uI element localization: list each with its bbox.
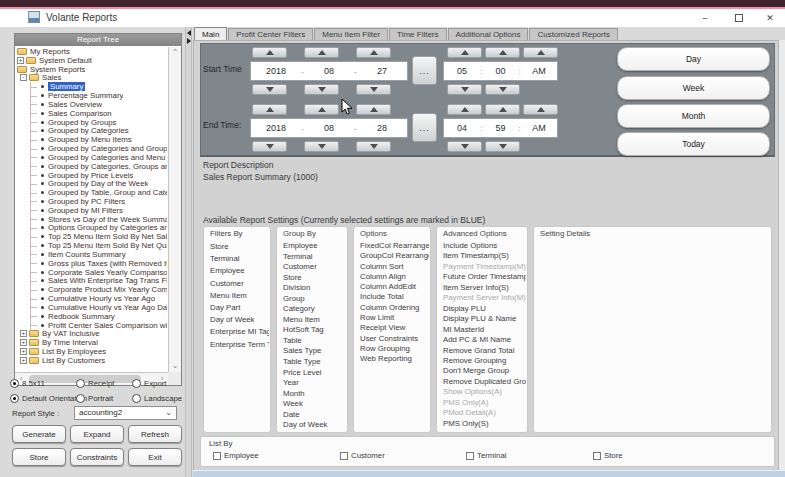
setting-item[interactable]: Month	[283, 389, 346, 400]
setting-item[interactable]: Store	[210, 241, 269, 253]
end-time-spin-down-button[interactable]	[447, 141, 482, 152]
radio-export[interactable]: Export	[132, 379, 167, 388]
start-time-spin-down-button[interactable]	[447, 84, 482, 95]
expand-button[interactable]: Expand	[70, 425, 124, 443]
setting-item[interactable]: Table Type	[283, 357, 346, 368]
end-date-field[interactable]: 2018- 08- 28	[250, 118, 408, 138]
setting-item[interactable]: Web Reporting	[360, 354, 429, 364]
tab-profit-center-filters[interactable]: Profit Center Filters	[228, 28, 313, 40]
setting-item[interactable]: Menu Item	[210, 290, 269, 302]
setting-item[interactable]: Customer	[283, 262, 346, 273]
end-month[interactable]: 08	[304, 123, 354, 133]
expand-plus-icon[interactable]: +	[17, 57, 24, 64]
tree-item[interactable]: Sales Comparison	[16, 109, 167, 118]
tree-item[interactable]: Corporate Product Mix Yearly Comparison	[16, 285, 167, 294]
close-button[interactable]: ✕	[757, 10, 783, 26]
setting-item[interactable]: Display PLU	[443, 304, 526, 314]
start-hour[interactable]: 05	[444, 66, 480, 76]
setting-item[interactable]: Enterprise Term Tags	[210, 339, 269, 351]
start-time-field[interactable]: 05: 00: AM	[443, 61, 558, 81]
setting-item[interactable]: Display PLU & Name	[443, 314, 526, 324]
tree-item[interactable]: Options Grouped by Categories and Menu I…	[16, 224, 167, 233]
setting-item[interactable]: Column AddEdit	[360, 282, 429, 292]
setting-item[interactable]: Date	[283, 410, 346, 421]
tree-item[interactable]: Corporate Sales Yearly Comparison	[16, 268, 167, 277]
end-year[interactable]: 2018	[251, 123, 301, 133]
setting-item[interactable]: Future Order Timestamp...	[443, 272, 526, 282]
end-date-spin-up-button[interactable]	[252, 104, 287, 115]
start-time-spin-down-button[interactable]	[485, 84, 520, 95]
setting-item[interactable]: Include Options	[443, 241, 526, 251]
generate-button[interactable]: Generate	[12, 425, 66, 443]
setting-item[interactable]: GroupCol Rearrange	[360, 251, 429, 261]
setting-item[interactable]: Remove Grouping	[443, 356, 526, 366]
tree-item[interactable]: Grouped by Groups	[16, 118, 167, 127]
report-style-select[interactable]: accounting2 ⌄	[74, 406, 177, 420]
end-time-spin-up-button[interactable]	[447, 104, 482, 115]
panel-splitter[interactable]	[185, 27, 192, 477]
store-button[interactable]: Store	[12, 448, 66, 466]
list-by-customer[interactable]: Customer	[340, 451, 385, 460]
list-by-terminal[interactable]: Terminal	[466, 451, 506, 460]
start-time-spin-up-button[interactable]	[523, 47, 558, 58]
end-time-spin-up-button[interactable]	[523, 104, 558, 115]
tree-item[interactable]: Summary	[16, 82, 167, 91]
day-button[interactable]: Day	[617, 47, 770, 71]
radio-portrait[interactable]: Portrait	[76, 394, 113, 403]
setting-item[interactable]: Employee	[283, 241, 346, 252]
setting-item[interactable]: Table	[283, 336, 346, 347]
setting-item[interactable]: Sales Type	[283, 346, 346, 357]
tab-main[interactable]: Main	[194, 27, 227, 40]
setting-item[interactable]: Receipt View	[360, 323, 429, 333]
tree-item[interactable]: Item Counts Summary	[16, 250, 167, 259]
tree-item[interactable]: Cumulative Hourly vs Year Ago Day of Wee…	[16, 303, 167, 312]
expand-plus-icon[interactable]: +	[20, 348, 27, 355]
tree-item[interactable]: My Reports	[16, 47, 167, 56]
start-date-spin-down-button[interactable]	[304, 84, 339, 95]
start-time-spin-up-button[interactable]	[447, 47, 482, 58]
tree-item[interactable]: Grouped by Categories, Groups and Menu I…	[16, 162, 167, 171]
start-date-spin-up-button[interactable]	[356, 47, 391, 58]
tree-item[interactable]: Grouped by PC Filters	[16, 197, 167, 206]
tree-item[interactable]: Stores vs Day of the Week Summary	[16, 215, 167, 224]
tree-item[interactable]: Percentage Summary	[16, 91, 167, 100]
tree-item[interactable]: Grouped by Table, Group and Category	[16, 188, 167, 197]
tree-item[interactable]: Sales Overview	[16, 100, 167, 109]
end-day[interactable]: 28	[357, 123, 407, 133]
start-date-field[interactable]: 2018- 08- 27	[250, 61, 408, 81]
setting-item[interactable]: Remove Grand Total	[443, 346, 526, 356]
end-minute[interactable]: 59	[482, 123, 518, 133]
setting-item[interactable]: Year	[283, 378, 346, 389]
start-date-spin-down-button[interactable]	[356, 84, 391, 95]
tree-item[interactable]: +By Time Interval	[16, 338, 167, 347]
start-date-spin-up-button[interactable]	[252, 47, 287, 58]
tab-customized-reports[interactable]: Customized Reports	[529, 28, 617, 40]
setting-item[interactable]: PMS Excluded(S)	[443, 429, 526, 431]
setting-item[interactable]: Row Limit	[360, 313, 429, 323]
setting-item[interactable]: Row Grouping	[360, 344, 429, 354]
setting-item[interactable]: Employee	[210, 265, 269, 277]
tab-time-filters[interactable]: Time Filters	[389, 28, 446, 40]
tree-item[interactable]: Grouped by Categories and Groups	[16, 144, 167, 153]
end-time-field[interactable]: 04: 59: AM	[443, 118, 558, 138]
radio-8-5x11[interactable]: 8.5x11	[10, 379, 45, 388]
setting-item[interactable]: Week	[283, 399, 346, 410]
refresh-button[interactable]: Refresh	[128, 425, 182, 443]
expand-plus-icon[interactable]: +	[20, 330, 27, 337]
scroll-up-icon[interactable]: ⌃	[169, 47, 181, 59]
tree-item[interactable]: Profit Center Sales Comparison with Comb…	[16, 321, 167, 330]
splitter-collapse-left-icon[interactable]	[187, 30, 191, 36]
today-button[interactable]: Today	[617, 132, 770, 156]
radio-landscape[interactable]: Landscape	[132, 394, 182, 403]
tab-menu-item-filter[interactable]: Menu Item Filter	[314, 28, 388, 40]
tree-item[interactable]: Redbook Summary	[16, 312, 167, 321]
setting-item[interactable]: PMS Only(S)	[443, 419, 526, 429]
week-button[interactable]: Week	[617, 76, 770, 100]
month-button[interactable]: Month	[617, 104, 770, 128]
setting-item[interactable]: Remove Duplicated Gro...	[443, 377, 526, 387]
setting-item[interactable]: FixedCol Rearrange	[360, 241, 429, 251]
start-date-picker-button[interactable]: ...	[412, 56, 437, 85]
setting-item[interactable]: Day Part	[210, 302, 269, 314]
start-time-spin-up-button[interactable]	[485, 47, 520, 58]
end-date-spin-down-button[interactable]	[252, 141, 287, 152]
